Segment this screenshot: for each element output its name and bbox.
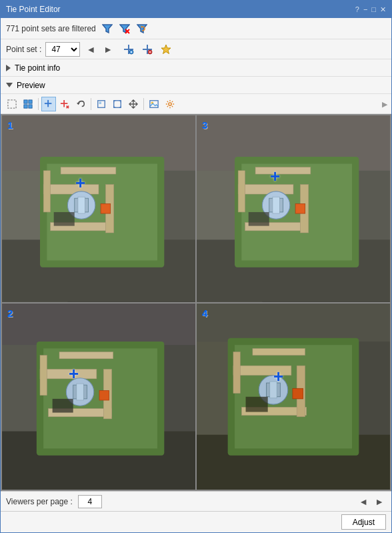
- aerial-image-1: [2, 115, 195, 302]
- help-button[interactable]: ?: [355, 5, 359, 14]
- image-icon-button[interactable]: [147, 97, 161, 111]
- minimize-button[interactable]: −: [363, 5, 367, 14]
- sep1: [38, 98, 39, 110]
- nav-prev-button[interactable]: ◄: [84, 43, 97, 55]
- svg-rect-55: [101, 204, 110, 213]
- svg-rect-83: [59, 352, 113, 358]
- fit-button[interactable]: [110, 97, 125, 111]
- window-controls: ? − □ ✕: [355, 5, 386, 14]
- cell-2-crosshair: +: [69, 365, 79, 382]
- select-all-icon[interactable]: [5, 97, 19, 111]
- pointset-row: Point set : 47 ◄ ►: [1, 39, 391, 59]
- aerial-image-3: [197, 115, 390, 302]
- svg-marker-14: [161, 45, 171, 54]
- sep2: [91, 98, 91, 110]
- pan-button[interactable]: [126, 97, 141, 111]
- adjust-button[interactable]: Adjust: [341, 514, 386, 530]
- preview-label: Preview: [17, 81, 45, 90]
- svg-rect-64: [238, 171, 245, 212]
- cell-4-number: 4: [202, 308, 207, 319]
- collapse-right: ▶: [382, 99, 387, 109]
- titlebar: Tie Point Editor ? − □ ✕: [1, 1, 391, 18]
- svg-rect-19: [29, 104, 32, 107]
- svg-rect-29: [114, 100, 121, 107]
- svg-rect-67: [255, 167, 311, 174]
- rect-select-button[interactable]: [94, 97, 109, 111]
- svg-rect-56: [54, 212, 75, 226]
- svg-rect-103: [293, 388, 303, 399]
- svg-rect-48: [43, 171, 50, 212]
- filter-icon[interactable]: [100, 21, 115, 36]
- svg-rect-28: [99, 101, 102, 104]
- filter-remove-icon[interactable]: [117, 21, 132, 36]
- svg-point-40: [169, 102, 171, 105]
- preview-collapse-icon: [6, 83, 13, 87]
- viewers-label: Viewers per page :: [6, 497, 73, 506]
- svg-rect-80: [40, 355, 47, 395]
- tie-point-info-collapse-icon: [6, 65, 11, 71]
- bottombar-nav: ◄ ►: [357, 496, 386, 508]
- svg-rect-17: [29, 99, 32, 103]
- svg-rect-72: [249, 212, 269, 226]
- svg-point-22: [47, 102, 49, 104]
- svg-rect-70: [273, 197, 279, 213]
- add-point-icon[interactable]: [121, 42, 136, 57]
- preview-cell-1[interactable]: 1: [2, 115, 195, 302]
- filter-count-label: 771 point sets are filtered: [6, 24, 96, 33]
- preview-toolbar: ▶: [1, 94, 391, 114]
- page-next-button[interactable]: ►: [373, 496, 386, 508]
- cell-3-number: 3: [202, 119, 207, 131]
- aerial-image-4: [197, 304, 390, 490]
- remove-point-icon[interactable]: [140, 42, 155, 57]
- preview-header[interactable]: Preview: [1, 77, 391, 94]
- cell-3-crosshair: +: [270, 167, 280, 185]
- svg-rect-86: [77, 384, 83, 400]
- page-prev-button[interactable]: ◄: [357, 496, 370, 508]
- pointset-label: Point set :: [6, 45, 41, 54]
- svg-rect-88: [53, 398, 73, 412]
- svg-marker-0: [103, 25, 112, 33]
- svg-rect-96: [233, 352, 240, 393]
- svg-rect-71: [295, 204, 305, 213]
- svg-rect-63: [238, 185, 293, 194]
- settings-icon-button[interactable]: [163, 97, 177, 111]
- maximize-button[interactable]: □: [371, 5, 376, 14]
- filter-reset-icon[interactable]: [135, 21, 149, 36]
- svg-rect-104: [246, 396, 268, 412]
- cell-1-number: 1: [7, 119, 13, 131]
- preview-grid: 1: [1, 114, 391, 491]
- viewers-input[interactable]: [78, 495, 102, 508]
- svg-rect-54: [78, 197, 85, 213]
- nav-next-button[interactable]: ►: [101, 43, 115, 55]
- star-point-icon[interactable]: [159, 42, 173, 57]
- svg-rect-75: [2, 304, 195, 345]
- close-button[interactable]: ✕: [380, 5, 386, 14]
- actionbar: Adjust: [1, 511, 391, 532]
- svg-rect-87: [99, 390, 109, 400]
- grid-icon[interactable]: [21, 97, 35, 111]
- preview-cell-3[interactable]: 3 +: [197, 115, 390, 302]
- tie-point-info-label: Tie point info: [15, 63, 60, 73]
- svg-rect-15: [8, 99, 16, 107]
- preview-cell-4[interactable]: 4 +: [197, 304, 390, 490]
- cursor-remove-button[interactable]: [57, 97, 72, 111]
- filter-toolbar: 771 point sets are filtered: [1, 18, 391, 39]
- svg-rect-16: [24, 99, 27, 103]
- collapse-right-icon[interactable]: ▶: [382, 100, 387, 108]
- svg-rect-91: [197, 304, 390, 342]
- tie-point-info-header[interactable]: Tie point info: [1, 59, 391, 77]
- cell-2-number: 2: [7, 308, 13, 319]
- sep3: [143, 98, 144, 110]
- preview-cell-2[interactable]: 2 +: [2, 304, 195, 490]
- svg-rect-51: [61, 167, 116, 174]
- cell-4-crosshair: +: [273, 368, 283, 385]
- cursor-add-button[interactable]: [41, 97, 56, 111]
- main-window: Tie Point Editor ? − □ ✕ 771 point sets …: [0, 0, 392, 533]
- svg-marker-4: [137, 25, 147, 33]
- svg-rect-18: [24, 104, 27, 107]
- aerial-image-2: [2, 304, 195, 490]
- svg-rect-99: [253, 348, 305, 355]
- svg-rect-47: [43, 185, 99, 194]
- undo-button[interactable]: [73, 97, 88, 111]
- pointset-select[interactable]: 47: [45, 42, 80, 57]
